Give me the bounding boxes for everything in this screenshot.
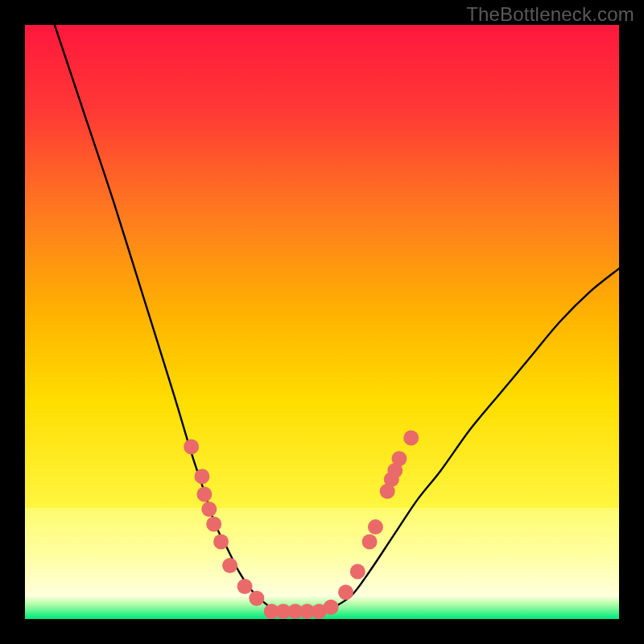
marker-15	[338, 584, 353, 600]
marker-16	[350, 564, 365, 579]
marker-17	[362, 535, 378, 550]
marker-2	[196, 487, 212, 502]
marker-6	[222, 558, 237, 573]
marker-22	[391, 451, 407, 466]
chart-frame: TheBottleneck.com	[0, 0, 644, 644]
marker-5	[213, 535, 229, 550]
marker-14	[324, 600, 339, 615]
marker-23	[403, 430, 419, 445]
marker-8	[249, 591, 264, 606]
bg-pale-band	[25, 508, 619, 597]
attribution-text: TheBottleneck.com	[466, 3, 634, 26]
plot-area	[25, 25, 619, 619]
marker-3	[201, 502, 217, 517]
chart-svg	[25, 25, 619, 619]
bg-gradient-main	[25, 25, 619, 508]
marker-1	[194, 469, 209, 484]
marker-7	[237, 579, 253, 594]
marker-4	[206, 516, 221, 531]
marker-18	[368, 519, 383, 535]
marker-0	[184, 439, 199, 454]
